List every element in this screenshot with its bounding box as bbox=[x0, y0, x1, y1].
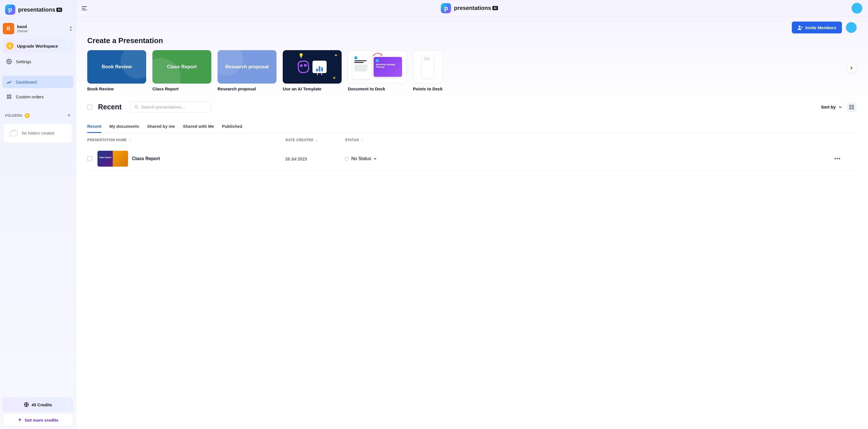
shapes-icon bbox=[6, 94, 12, 99]
crown-icon: ♛ bbox=[6, 42, 13, 50]
tab-published[interactable]: Published bbox=[222, 120, 242, 133]
dashboard-label: Dashboard bbox=[16, 80, 36, 85]
svg-rect-8 bbox=[849, 105, 851, 106]
content: Create a Presentation Book Review Book R… bbox=[76, 33, 868, 429]
brand-header[interactable]: p presentations AI bbox=[0, 0, 75, 20]
svg-rect-10 bbox=[849, 108, 851, 109]
template-card-label: Points to Deck bbox=[413, 86, 442, 91]
status-dropdown[interactable]: No Status bbox=[344, 156, 396, 161]
svg-point-0 bbox=[8, 61, 10, 62]
more-options-button[interactable]: ••• bbox=[834, 156, 841, 161]
upgrade-label: Upgrade Workspace bbox=[17, 43, 58, 49]
document-icon bbox=[353, 55, 371, 79]
presentation-thumbnail: Class Report bbox=[97, 151, 128, 166]
topbar-brand[interactable]: p presentations AI bbox=[441, 3, 498, 13]
svg-rect-11 bbox=[852, 108, 854, 109]
svg-point-4 bbox=[10, 97, 11, 99]
column-status[interactable]: STATUS bbox=[345, 138, 359, 142]
sort-arrow-icon: ↓ bbox=[361, 138, 364, 142]
column-date[interactable]: DATE CREATED bbox=[285, 138, 313, 142]
recent-title: Recent bbox=[98, 103, 122, 111]
presentation-date: 18 Jul 2023 bbox=[285, 156, 344, 161]
svg-rect-9 bbox=[852, 105, 854, 106]
svg-point-1 bbox=[7, 95, 8, 96]
sidebar-item-settings[interactable]: Settings bbox=[2, 55, 73, 68]
template-card-points-to-deck[interactable] bbox=[413, 50, 442, 84]
sidebar-item-dashboard[interactable]: Dashboard bbox=[2, 75, 73, 88]
chart-icon bbox=[312, 61, 327, 73]
topbar: p presentations AI bbox=[76, 0, 868, 17]
invite-members-button[interactable]: Invite Members bbox=[792, 22, 842, 33]
tab-shared-with-me[interactable]: Shared with Me bbox=[183, 120, 214, 133]
sort-button[interactable]: Sort by bbox=[820, 102, 843, 112]
bulb-icon: 💡 bbox=[298, 53, 304, 58]
svg-point-7 bbox=[135, 105, 137, 108]
chevron-down-icon bbox=[839, 106, 842, 108]
template-card-label: Research proposal bbox=[218, 86, 277, 91]
template-card-label: Use an AI Template bbox=[283, 86, 342, 91]
brand-name: presentations AI bbox=[18, 6, 62, 13]
add-folder-button[interactable]: + bbox=[67, 113, 70, 118]
template-cards-row: Book Review Book Review Class Report Cla… bbox=[87, 50, 857, 91]
user-avatar[interactable] bbox=[846, 22, 857, 33]
folders-label: FOLDERS bbox=[5, 114, 22, 118]
template-card-research-proposal[interactable]: Research proposal bbox=[218, 50, 277, 84]
main: p presentations AI Invite Members Create… bbox=[76, 0, 868, 429]
brand-logo-icon: p bbox=[5, 4, 15, 15]
template-card-ai-template[interactable]: 💡 ✦ ✦ bbox=[283, 50, 342, 84]
brand-name: presentations AI bbox=[454, 5, 498, 11]
workspace-avatar: B bbox=[3, 23, 14, 34]
custom-orders-label: Custom orders bbox=[16, 94, 43, 99]
presentation-name: Class Report bbox=[132, 156, 285, 161]
credits-count: 45 Credits bbox=[6, 400, 69, 409]
brand-ai-badge: AI bbox=[56, 8, 62, 12]
template-card-label: Book Review bbox=[87, 86, 146, 91]
people-icon bbox=[798, 25, 803, 30]
subbar: Invite Members bbox=[76, 17, 868, 33]
folder-icon bbox=[9, 129, 18, 137]
sparkle-icon: ✦ bbox=[333, 75, 336, 80]
scroll-right-button[interactable] bbox=[846, 63, 857, 73]
get-more-credits-button[interactable]: Get more credits bbox=[3, 414, 73, 426]
sidebar-item-custom-orders[interactable]: Custom orders bbox=[2, 90, 73, 103]
menu-toggle-button[interactable] bbox=[82, 6, 87, 10]
clip-icon bbox=[297, 60, 310, 73]
svg-point-6 bbox=[799, 26, 801, 28]
deck-preview-icon: Marketing Campaign Planning bbox=[374, 57, 402, 77]
tab-recent[interactable]: Recent bbox=[87, 120, 101, 133]
sort-arrow-icon: ↓ bbox=[316, 138, 318, 142]
sparkle-icon: ✦ bbox=[334, 53, 338, 58]
sort-arrow-icon: ↓ bbox=[129, 138, 131, 142]
brand-logo-icon: p bbox=[441, 3, 451, 13]
workspace-switcher[interactable]: B basd Owner bbox=[0, 20, 75, 36]
template-card-class-report[interactable]: Class Report bbox=[152, 50, 211, 84]
template-card-book-review[interactable]: Book Review bbox=[87, 50, 146, 84]
arrow-icon bbox=[372, 52, 383, 57]
tab-my-documents[interactable]: My documents bbox=[110, 120, 139, 133]
search-icon bbox=[134, 105, 139, 110]
tab-shared-by-me[interactable]: Shared by me bbox=[147, 120, 175, 133]
dashboard-icon bbox=[6, 79, 12, 85]
presentation-row[interactable]: Class Report Class Report 18 Jul 2023 No… bbox=[87, 147, 857, 171]
create-section-title: Create a Presentation bbox=[87, 36, 857, 45]
status-dot-icon bbox=[344, 156, 349, 161]
workspace-info: basd Owner bbox=[17, 24, 66, 33]
column-name[interactable]: PRESENTATION NAME bbox=[87, 138, 127, 142]
search-input[interactable] bbox=[141, 104, 207, 110]
user-avatar[interactable] bbox=[851, 3, 862, 13]
gear-icon bbox=[6, 59, 12, 64]
grid-view-button[interactable] bbox=[846, 102, 857, 112]
folders-empty-text: No folders created bbox=[22, 131, 54, 135]
template-card-document-to-deck[interactable]: Marketing Campaign Planning bbox=[348, 50, 407, 84]
row-checkbox[interactable] bbox=[87, 156, 92, 161]
search-box[interactable] bbox=[130, 101, 211, 113]
svg-rect-2 bbox=[10, 95, 11, 96]
crown-icon: ♛ bbox=[25, 113, 30, 118]
chevron-updown-icon bbox=[69, 26, 73, 31]
brand-ai-badge: AI bbox=[492, 6, 498, 10]
select-all-checkbox[interactable] bbox=[87, 104, 92, 110]
chevron-right-icon bbox=[850, 66, 853, 70]
sidebar: p presentations AI B basd Owner ♛ Upgrad… bbox=[0, 0, 76, 429]
document-icon bbox=[422, 56, 433, 78]
upgrade-workspace-button[interactable]: ♛ Upgrade Workspace bbox=[2, 39, 73, 53]
